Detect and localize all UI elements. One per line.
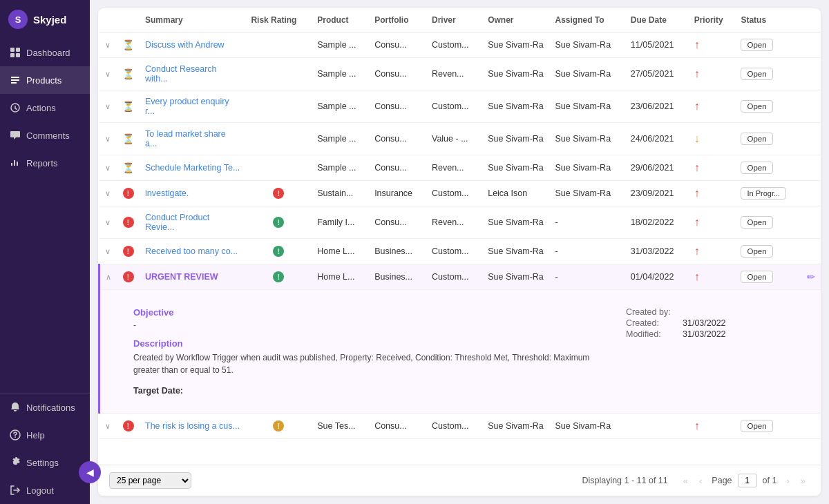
row-chevron[interactable]: ∨ bbox=[105, 102, 111, 110]
priority-icon: ↑ bbox=[694, 216, 700, 228]
expand-cell[interactable]: ∨ bbox=[99, 58, 117, 90]
row-chevron[interactable]: ∨ bbox=[105, 189, 111, 197]
row-chevron[interactable]: ∧ bbox=[106, 273, 111, 281]
objective-value: - bbox=[133, 320, 598, 330]
first-page-btn[interactable]: « bbox=[679, 474, 692, 488]
status-badge: Open bbox=[741, 68, 772, 80]
row-chevron[interactable]: ∨ bbox=[105, 70, 111, 78]
expand-cell[interactable]: ∨ bbox=[99, 206, 117, 239]
status-cell: Open bbox=[735, 414, 801, 439]
edit-icon[interactable]: ✏ bbox=[807, 271, 815, 282]
icon-cell: ⏳ bbox=[117, 58, 140, 90]
page-input[interactable] bbox=[738, 474, 757, 487]
sidebar-item-settings[interactable]: Settings bbox=[0, 449, 90, 476]
due-date-cell: 27/05/2021 bbox=[625, 58, 689, 90]
due-date-cell: 23/09/2021 bbox=[625, 181, 689, 206]
sidebar-item-notifications[interactable]: Notifications bbox=[0, 394, 90, 421]
sidebar-item-dashboard[interactable]: Dashboard bbox=[0, 39, 90, 66]
status-badge: Open bbox=[741, 133, 772, 145]
expand-cell[interactable]: ∨ bbox=[99, 123, 117, 155]
reports-icon bbox=[10, 157, 21, 168]
per-page-select[interactable]: 10 per page 25 per page 50 per page 100 … bbox=[109, 472, 191, 489]
assigned-cell: Sue Sivam-Ra bbox=[550, 155, 625, 181]
detail-right: Created by: Created: 31/03/2022 Modified… bbox=[626, 307, 799, 396]
sidebar-item-products[interactable]: Products bbox=[0, 66, 90, 94]
logout-icon bbox=[10, 485, 21, 496]
expand-cell[interactable]: ∨ bbox=[99, 32, 117, 58]
app-logo[interactable]: S Skyjed bbox=[0, 0, 90, 39]
edit-cell-empty bbox=[801, 239, 821, 264]
sidebar-item-reports[interactable]: Reports bbox=[0, 149, 90, 177]
row-chevron[interactable]: ∨ bbox=[105, 247, 111, 255]
comments-icon bbox=[10, 130, 21, 141]
sidebar-notifications-label: Notifications bbox=[26, 403, 75, 413]
status-badge: Open bbox=[741, 162, 772, 174]
description-value: Created by Workflow Trigger when audit w… bbox=[133, 351, 598, 376]
driver-cell: Reven... bbox=[426, 58, 482, 90]
row-chevron[interactable]: ∨ bbox=[105, 135, 111, 143]
expand-cell[interactable]: ∨ bbox=[99, 239, 117, 264]
priority-cell: ↑ bbox=[689, 239, 736, 264]
row-chevron[interactable]: ∨ bbox=[105, 164, 111, 172]
driver-cell: Custom... bbox=[426, 414, 482, 439]
priority-icon: ↑ bbox=[694, 162, 700, 173]
sidebar-item-logout[interactable]: Logout bbox=[0, 476, 90, 504]
status-cell: Open bbox=[735, 264, 801, 290]
priority-icon: ↑ bbox=[694, 100, 700, 112]
summary-link[interactable]: URGENT REVIEW bbox=[145, 272, 218, 282]
priority-icon: ↑ bbox=[694, 271, 700, 282]
status-badge: Open bbox=[741, 39, 772, 51]
row-chevron[interactable]: ∨ bbox=[105, 422, 111, 430]
summary-link[interactable]: Every product enquiry r... bbox=[145, 97, 229, 116]
edit-cell-empty bbox=[801, 206, 821, 239]
summary-link[interactable]: Discuss with Andrew bbox=[145, 40, 225, 50]
priority-icon: ↑ bbox=[694, 245, 700, 257]
sidebar-item-actions[interactable]: Actions bbox=[0, 94, 90, 122]
risk-cell: ! bbox=[245, 414, 312, 439]
last-page-btn[interactable]: » bbox=[797, 474, 810, 488]
sidebar-item-help[interactable]: Help bbox=[0, 421, 90, 449]
col-actions-edit bbox=[801, 8, 821, 32]
portfolio-cell: Insurance bbox=[369, 181, 426, 206]
due-date-cell: 31/03/2022 bbox=[625, 239, 689, 264]
created-by-row: Created by: bbox=[626, 307, 799, 317]
col-summary: Summary bbox=[140, 8, 245, 32]
summary-cell: Received too many co... bbox=[140, 239, 245, 264]
summary-link[interactable]: Conduct Research with... bbox=[145, 64, 217, 84]
table-row: ∨ ! Conduct Product Revie... ! Family I.… bbox=[99, 206, 821, 239]
expand-cell[interactable]: ∨ bbox=[99, 155, 117, 181]
per-page-selector[interactable]: 10 per page 25 per page 50 per page 100 … bbox=[109, 472, 191, 489]
assigned-cell: Sue Sivam-Ra bbox=[550, 181, 625, 206]
prev-page-btn[interactable]: ‹ bbox=[695, 474, 706, 488]
priority-cell: ↑ bbox=[689, 264, 736, 290]
summary-link[interactable]: Conduct Product Revie... bbox=[145, 213, 209, 232]
summary-cell: URGENT REVIEW bbox=[140, 264, 245, 290]
expand-cell[interactable]: ∨ bbox=[99, 181, 117, 206]
pagination-controls[interactable]: « ‹ Page of 1 › » bbox=[679, 474, 810, 488]
table-container[interactable]: Summary Risk Rating Product Portfolio Dr… bbox=[98, 8, 821, 465]
status-cell: Open bbox=[735, 123, 801, 155]
row-chevron[interactable]: ∨ bbox=[105, 218, 111, 226]
summary-link[interactable]: Schedule Marketing Te... bbox=[145, 163, 240, 173]
expand-cell[interactable]: ∨ bbox=[99, 414, 117, 439]
driver-cell: Custom... bbox=[426, 181, 482, 206]
status-badge: Open bbox=[741, 216, 772, 229]
app-title: Skyjed bbox=[33, 14, 66, 26]
next-page-btn[interactable]: › bbox=[782, 474, 793, 488]
expand-cell[interactable]: ∧ bbox=[99, 264, 117, 290]
row-chevron[interactable]: ∨ bbox=[105, 41, 111, 49]
summary-link[interactable]: The risk is losing a cus... bbox=[145, 421, 240, 431]
icon-cell: ! bbox=[117, 264, 140, 290]
sidebar-logout-label: Logout bbox=[26, 485, 54, 496]
summary-link[interactable]: To lead market share a... bbox=[145, 129, 226, 148]
summary-link[interactable]: Received too many co... bbox=[145, 246, 238, 256]
detail-left: Objective - Description Created by Workf… bbox=[133, 307, 598, 396]
portfolio-cell: Busines... bbox=[369, 239, 426, 264]
expand-cell[interactable]: ∨ bbox=[99, 90, 117, 123]
summary-link[interactable]: investigate. bbox=[145, 188, 189, 198]
sidebar-help-label: Help bbox=[26, 430, 45, 440]
owner-cell: Sue Sivam-Ra bbox=[482, 90, 549, 123]
logo-icon: S bbox=[8, 10, 28, 29]
sidebar-toggle-button[interactable]: ◀ bbox=[79, 461, 101, 483]
sidebar-item-comments[interactable]: Comments bbox=[0, 122, 90, 149]
